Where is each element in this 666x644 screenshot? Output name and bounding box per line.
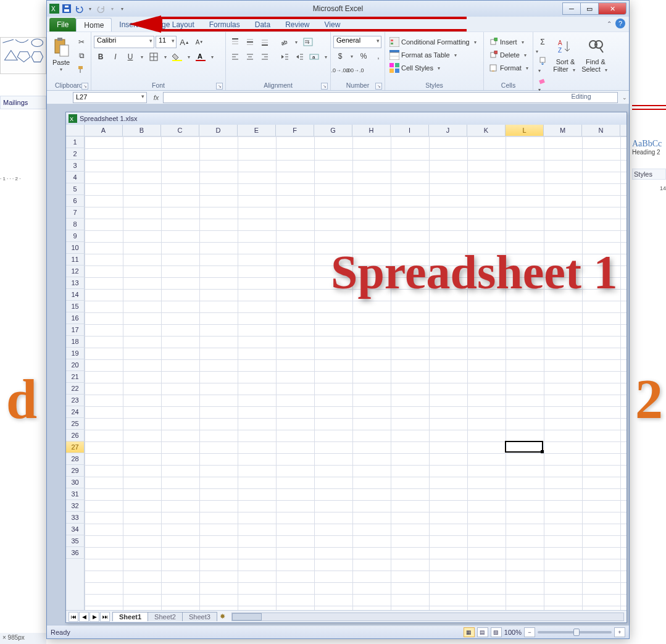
fill-handle[interactable] [541,450,544,453]
row-header[interactable]: 29 [66,465,85,477]
merge-dropdown[interactable]: ▾ [322,54,330,60]
row-header[interactable]: 20 [66,359,85,371]
fill-color-icon[interactable] [170,51,184,63]
italic-icon[interactable]: I [109,51,122,63]
row-header[interactable]: 33 [66,512,85,524]
number-dialog-launcher[interactable]: ↘ [375,83,382,90]
row-header[interactable]: 26 [66,430,85,441]
sort-filter-button[interactable]: AZ Sort & Filter ▾ [551,33,580,77]
tab-insert[interactable]: Insert [112,18,145,31]
font-color-dropdown[interactable]: ▾ [209,54,216,60]
page-break-view-button[interactable]: ▧ [491,627,502,637]
clear-icon[interactable] [536,74,549,86]
row-header[interactable]: 16 [66,312,85,324]
shrink-font-icon[interactable]: A▼ [193,36,206,48]
row-header[interactable]: 34 [66,524,85,535]
column-header[interactable]: C [161,125,199,136]
grow-font-icon[interactable]: A▲ [178,36,191,48]
number-format-selector[interactable]: General [333,36,381,48]
fill-color-dropdown[interactable]: ▾ [185,54,193,60]
row-header[interactable]: 5 [66,183,85,195]
first-sheet-button[interactable]: ⏮ [69,612,78,622]
zoom-slider[interactable] [538,631,612,634]
undo-dropdown[interactable]: ▾ [86,6,94,12]
row-header[interactable]: 31 [66,488,85,500]
cell-styles-button[interactable]: Cell Styles▾ [388,62,481,74]
format-as-table-button[interactable]: Format as Table▾ [388,49,481,61]
wrap-text-icon[interactable] [301,36,315,48]
save-icon[interactable] [62,4,72,14]
align-bottom-icon[interactable] [258,36,272,48]
fill-dropdown[interactable]: ▾ [536,68,543,73]
column-header[interactable]: K [467,125,506,136]
help-icon[interactable]: ? [615,19,625,28]
last-sheet-button[interactable]: ⏭ [100,612,110,622]
format-painter-icon[interactable] [75,63,88,75]
increase-decimal-icon[interactable]: .0→.00 [333,64,347,77]
sheet-tab[interactable]: Sheet1 [112,612,148,621]
row-header[interactable]: 23 [66,395,85,406]
column-header[interactable]: F [276,125,314,136]
align-right-icon[interactable] [258,51,272,63]
column-header[interactable]: B [123,125,161,136]
row-header[interactable]: 17 [66,324,85,336]
zoom-out-button[interactable]: − [524,627,535,637]
clipboard-dialog-launcher[interactable]: ↘ [81,83,88,90]
row-header[interactable]: 13 [66,277,85,289]
fx-icon[interactable]: fx [149,94,163,101]
orientation-dropdown[interactable]: ▾ [293,40,300,45]
zoom-in-button[interactable]: + [614,627,625,637]
copy-icon[interactable]: ⧉ [75,49,88,62]
row-header[interactable]: 24 [66,406,85,418]
font-color-icon[interactable]: A [194,51,207,63]
font-dialog-launcher[interactable]: ↘ [216,83,223,90]
tab-review[interactable]: Review [278,18,317,31]
align-center-icon[interactable] [243,51,257,63]
new-sheet-button[interactable]: ✸ [217,613,229,621]
maximize-button[interactable]: ▭ [580,2,599,15]
minimize-button[interactable]: ─ [562,2,581,15]
row-header[interactable]: 1 [66,136,85,148]
row-header[interactable]: 18 [66,336,85,348]
autosum-icon[interactable]: Σ [536,36,549,48]
accounting-dropdown[interactable]: ▾ [348,54,356,59]
tab-page-layout[interactable]: Page Layout [145,18,201,31]
paste-button[interactable]: Paste ▾ [49,33,73,77]
align-middle-icon[interactable] [243,36,257,48]
accounting-format-icon[interactable]: $ [333,50,347,62]
row-header[interactable]: 8 [66,219,85,230]
align-top-icon[interactable] [228,36,242,48]
row-header[interactable]: 36 [66,547,85,559]
row-header[interactable]: 28 [66,453,85,465]
tab-file[interactable]: File [49,18,76,31]
comma-format-icon[interactable]: , [372,50,385,62]
row-header[interactable]: 9 [66,230,85,242]
column-header[interactable]: L [506,125,544,136]
prev-sheet-button[interactable]: ◀ [79,612,89,622]
row-header[interactable]: 2 [66,148,85,160]
row-header[interactable]: 21 [66,371,85,383]
decrease-indent-icon[interactable] [278,51,291,63]
row-header[interactable]: 30 [66,477,85,488]
row-header[interactable]: 27 [66,441,85,453]
row-header[interactable]: 35 [66,535,85,547]
column-header[interactable]: J [429,125,467,136]
delete-cells-button[interactable]: Delete▾ [486,49,533,61]
cells-area[interactable] [85,136,626,610]
underline-dropdown[interactable]: ▾ [138,54,146,60]
column-header[interactable]: N [582,125,620,136]
row-header[interactable]: 25 [66,418,85,430]
name-box[interactable]: L27 [73,92,147,103]
row-header[interactable]: 10 [66,242,85,254]
border-icon[interactable] [147,51,160,63]
column-header[interactable]: I [391,125,429,136]
row-header[interactable]: 22 [66,383,85,395]
alignment-dialog-launcher[interactable]: ↘ [321,83,328,90]
redo-dropdown[interactable]: ▾ [109,6,116,12]
qat-customize-dropdown[interactable]: ▾ [119,6,126,12]
row-header[interactable]: 6 [66,195,85,207]
row-header[interactable]: 11 [66,254,85,266]
sheet-tab[interactable]: Sheet2 [148,612,183,621]
increase-indent-icon[interactable] [293,51,306,63]
page-layout-view-button[interactable]: ▤ [477,627,488,637]
